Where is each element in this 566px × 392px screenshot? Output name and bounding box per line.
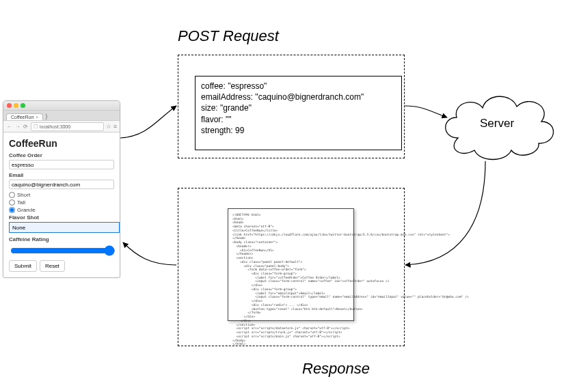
payload-line: flavor: "" — [201, 114, 396, 125]
size-tall-radio[interactable] — [9, 199, 15, 206]
payload-line: emailAddress: "caquino@bignerdranch.com" — [201, 92, 396, 102]
reset-button[interactable]: Reset — [40, 260, 65, 272]
app-title: CoffeeRun — [9, 138, 114, 149]
page-icon: ▢ — [33, 124, 38, 129]
response-code: <!DOCTYPE html> <html> <head> <meta char… — [232, 213, 349, 346]
coffee-order-label: Coffee Order — [9, 152, 114, 158]
url-bar: ← → ⟳ ▢ localhost:3000 ☆ ≡ — [3, 121, 120, 132]
request-payload: coffee: "espresso" emailAddress: "caquin… — [195, 76, 402, 150]
size-grande-radio[interactable] — [9, 207, 15, 213]
browser-window: CoffeeRun × ⟩ ← → ⟳ ▢ localhost:3000 ☆ ≡… — [3, 100, 120, 278]
tab-bar: CoffeeRun × ⟩ — [3, 111, 120, 121]
url-text: localhost:3000 — [40, 124, 70, 129]
tab-title: CoffeeRun — [11, 115, 33, 120]
caffeine-slider[interactable] — [10, 245, 116, 256]
reload-icon[interactable]: ⟳ — [23, 124, 29, 130]
coffee-order-input[interactable] — [9, 160, 114, 169]
new-tab-icon[interactable]: ⟩ — [45, 113, 48, 120]
window-titlebar — [3, 101, 120, 111]
server-label: Server — [480, 117, 514, 130]
submit-button[interactable]: Submit — [9, 260, 37, 272]
size-short-label: Short — [17, 192, 30, 198]
size-tall-label: Tall — [17, 199, 25, 206]
response-label: Response — [302, 360, 370, 378]
size-short-radio[interactable] — [9, 192, 15, 198]
flavor-label: Flavor Shot — [9, 214, 114, 221]
payload-line: coffee: "espresso" — [201, 81, 396, 92]
browser-tab[interactable]: CoffeeRun × — [6, 113, 43, 120]
server-cloud: Server — [437, 83, 557, 165]
size-grande-label: Grande — [17, 207, 36, 213]
post-request-label: POST Request — [178, 27, 279, 45]
maximize-icon[interactable] — [21, 103, 25, 108]
email-label: Email — [9, 172, 114, 178]
caffeine-label: Caffeine Rating — [9, 236, 114, 242]
page-content: CoffeeRun Coffee Order Email Short Tall … — [3, 132, 120, 277]
forward-icon[interactable]: → — [14, 124, 21, 130]
payload-line: strength: 99 — [201, 125, 396, 136]
email-input[interactable] — [9, 180, 114, 189]
close-tab-icon[interactable]: × — [36, 115, 38, 120]
payload-line: size: "grande" — [201, 102, 396, 113]
flavor-select[interactable] — [9, 222, 120, 233]
response-code-thumbnail: <!DOCTYPE html> <html> <head> <meta char… — [228, 208, 354, 321]
back-icon[interactable]: ← — [6, 124, 12, 130]
menu-icon[interactable]: ≡ — [113, 123, 117, 130]
bookmark-icon[interactable]: ☆ — [106, 123, 111, 130]
minimize-icon[interactable] — [14, 103, 18, 108]
address-field[interactable]: ▢ localhost:3000 — [31, 122, 104, 131]
close-icon[interactable] — [7, 103, 12, 108]
